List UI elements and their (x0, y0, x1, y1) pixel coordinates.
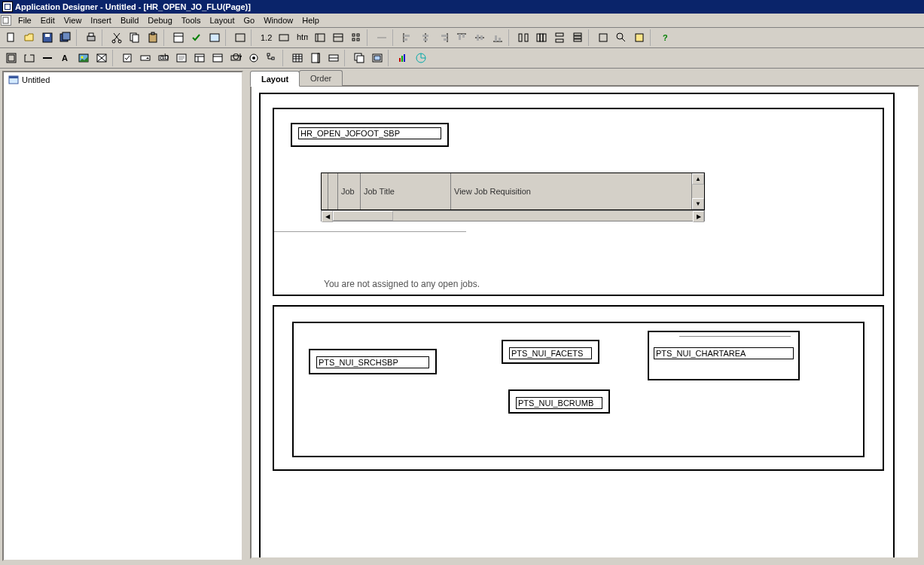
grid-col-blank[interactable] (328, 173, 338, 209)
svg-text:ab|: ab| (160, 52, 169, 61)
menu-window[interactable]: Window (259, 14, 297, 26)
open-button[interactable] (20, 29, 38, 46)
page-frame[interactable]: HR_OPEN_JOFOOT_SBP Job Job Title View Jo… (259, 93, 895, 559)
menu-file[interactable]: File (14, 14, 36, 26)
static-image-tool-button[interactable] (93, 50, 110, 66)
menu-debug[interactable]: Debug (143, 14, 176, 26)
menu-go[interactable]: Go (239, 14, 259, 26)
page-section-1[interactable]: HR_OPEN_JOFOOT_SBP Job Job Title View Jo… (273, 108, 884, 296)
toolbar-btn[interactable]: html (293, 29, 310, 46)
grid-col-job[interactable]: Job (338, 173, 361, 209)
tree-tool-button[interactable] (263, 50, 280, 66)
toolbar-btn[interactable] (630, 29, 648, 46)
toolbar-btn[interactable] (329, 29, 346, 46)
line-tool-button[interactable] (38, 50, 56, 66)
align-top-button[interactable] (453, 29, 470, 46)
checkbox-tool-button[interactable] (118, 50, 136, 66)
image-tool-button[interactable] (75, 50, 92, 66)
toolbar-btn[interactable] (569, 29, 586, 46)
toolbar-btn[interactable] (594, 29, 611, 46)
menu-tools[interactable]: Tools (177, 14, 206, 26)
menu-build[interactable]: Build (116, 14, 143, 26)
grid-tool-button[interactable] (288, 50, 306, 66)
menu-insert[interactable]: Insert (86, 14, 116, 26)
menu-edit[interactable]: Edit (36, 14, 59, 26)
subpage-pts-nui-facets[interactable]: PTS_NUI_FACETS (502, 340, 599, 364)
separator-icon (367, 29, 371, 46)
svg-rect-26 (357, 34, 359, 36)
align-left-button[interactable] (398, 29, 416, 46)
grid-col-view-req[interactable]: View Job Requisition (451, 173, 692, 209)
toolbar-btn[interactable] (514, 29, 532, 46)
toolbar-btn[interactable] (311, 29, 328, 46)
svg-rect-108 (399, 58, 401, 62)
frame-tool-button[interactable] (2, 50, 20, 66)
scroll-left-icon[interactable]: ◀ (322, 211, 333, 222)
project-tree-root[interactable]: Untitled (4, 72, 242, 87)
svg-rect-52 (543, 34, 546, 41)
chart-tool-button[interactable] (394, 50, 411, 66)
editbox-tool-button[interactable]: ab| (154, 50, 172, 66)
menu-layout[interactable]: Layout (205, 14, 239, 26)
page-canvas[interactable]: HR_OPEN_JOFOOT_SBP Job Job Title View Jo… (250, 85, 919, 559)
toolbar-btn[interactable] (209, 50, 226, 66)
help-button[interactable]: ? (656, 29, 673, 46)
svg-rect-64 (8, 55, 14, 61)
find-button[interactable] (612, 29, 630, 46)
cut-button[interactable] (108, 29, 125, 46)
scroll-down-icon[interactable]: ▼ (692, 198, 704, 209)
subpage-tool-button[interactable] (350, 50, 367, 66)
pushbutton-tool-button[interactable]: OK (227, 50, 244, 66)
svg-rect-7 (89, 33, 93, 36)
toolbar-btn[interactable] (347, 29, 364, 46)
grid-col-job-title[interactable]: Job Title (361, 173, 451, 209)
toolbar-btn[interactable] (325, 50, 342, 66)
radio-tool-button[interactable] (245, 50, 262, 66)
menu-view[interactable]: View (59, 14, 87, 26)
subpage-hr-open-jofoot[interactable]: HR_OPEN_JOFOOT_SBP (291, 123, 449, 147)
toolbar-btn[interactable] (191, 50, 208, 66)
subpage-pts-nui-bcrumb[interactable]: PTS_NUI_BCRUMB (508, 389, 610, 414)
dropdown-tool-button[interactable] (136, 50, 154, 66)
frame-pts-nui-chartarea[interactable]: PTS_NUI_CHARTAREA (648, 331, 800, 380)
text-tool-button[interactable]: A (56, 50, 74, 66)
toolbar-btn[interactable] (532, 29, 550, 46)
subpage-label: PTS_NUI_BCRUMB (516, 397, 602, 409)
grid-vscroll[interactable]: ▲ ▼ (692, 173, 704, 209)
validate-button[interactable] (188, 29, 205, 46)
longedit-tool-button[interactable] (172, 50, 190, 66)
toolbar-btn[interactable] (231, 29, 249, 46)
toolbar-btn[interactable] (550, 29, 568, 46)
page-section-2[interactable]: PTS_NUI_SRCHSBP PTS_NUI_FACETS PTS_NUI_B… (273, 305, 884, 471)
align-bottom-button[interactable] (489, 29, 506, 46)
nested-frame[interactable]: PTS_NUI_SRCHSBP PTS_NUI_FACETS PTS_NUI_B… (292, 322, 865, 457)
align-center-h-button[interactable] (416, 29, 434, 46)
scroll-up-icon[interactable]: ▲ (692, 173, 704, 185)
grid-hscroll[interactable]: ◀ ▶ (321, 210, 705, 221)
align-middle-button[interactable] (471, 29, 488, 46)
svg-rect-13 (151, 32, 154, 35)
paste-button[interactable] (144, 29, 161, 46)
separator-icon (344, 50, 348, 66)
groupbox-tool-button[interactable] (20, 50, 38, 66)
analytic-tool-button[interactable] (412, 50, 429, 66)
save-button[interactable] (38, 29, 56, 46)
secpage-tool-button[interactable] (368, 50, 386, 66)
toolbar-btn[interactable] (373, 29, 390, 46)
save-all-button[interactable] (56, 29, 74, 46)
subpage-pts-nui-srchsbp[interactable]: PTS_NUI_SRCHSBP (309, 349, 437, 374)
project-button[interactable] (206, 29, 223, 46)
copy-button[interactable] (126, 29, 143, 46)
toolbar-btn[interactable] (275, 29, 292, 46)
toolbar-btn[interactable]: 1.2 (257, 29, 274, 46)
scroll-tool-button[interactable] (306, 50, 324, 66)
tab-layout[interactable]: Layout (250, 71, 300, 87)
tab-order[interactable]: Order (299, 70, 343, 86)
menu-help[interactable]: Help (297, 14, 324, 26)
new-button[interactable] (2, 29, 20, 46)
scroll-right-icon[interactable]: ▶ (693, 211, 704, 222)
print-button[interactable] (82, 29, 99, 46)
properties-button[interactable] (169, 29, 187, 46)
job-grid[interactable]: Job Job Title View Job Requisition ▲ ▼ (321, 173, 705, 210)
align-right-button[interactable] (435, 29, 452, 46)
